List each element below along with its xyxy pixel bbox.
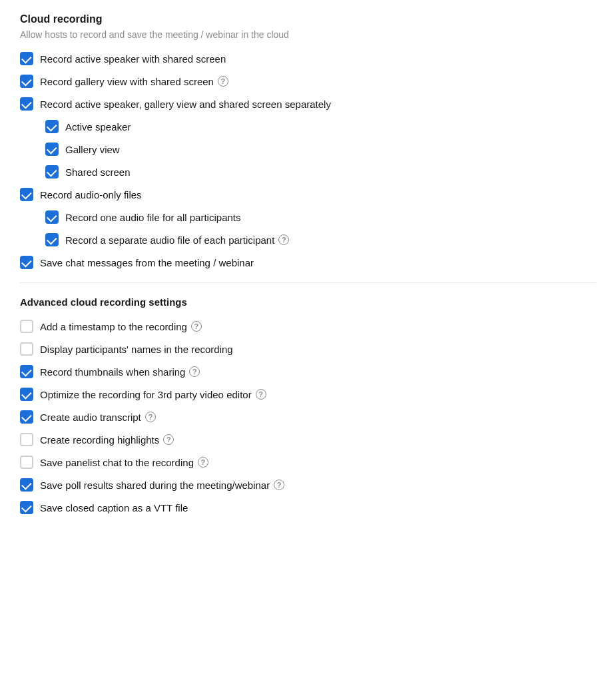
checkbox-adv2[interactable] xyxy=(20,342,33,356)
checkbox-label-opt3c: Shared screen xyxy=(65,167,131,178)
checkbox-item-adv6[interactable]: Create recording highlights? xyxy=(20,433,596,446)
checkbox-item-adv8[interactable]: Save poll results shared during the meet… xyxy=(20,478,596,492)
checkbox-label-adv7: Save panelist chat to the recording? xyxy=(40,457,208,468)
checkbox-label-adv1: Add a timestamp to the recording? xyxy=(40,321,202,332)
checkbox-item-adv5[interactable]: Create audio transcript? xyxy=(20,410,596,424)
checkbox-label-opt4: Record audio-only files xyxy=(40,189,142,200)
help-icon-adv4[interactable]: ? xyxy=(256,389,266,400)
checkbox-item-opt5[interactable]: Save chat messages from the meeting / we… xyxy=(20,256,596,269)
divider xyxy=(20,282,596,283)
checkbox-item-opt4b[interactable]: Record a separate audio file of each par… xyxy=(45,233,596,246)
checkbox-label-adv2: Display participants' names in the recor… xyxy=(40,344,233,355)
checkbox-adv3[interactable] xyxy=(20,365,33,378)
checkbox-label-opt4a: Record one audio file for all participan… xyxy=(65,212,240,223)
checkbox-label-opt5: Save chat messages from the meeting / we… xyxy=(40,257,254,268)
help-icon-opt2[interactable]: ? xyxy=(218,76,228,87)
checkbox-opt3[interactable] xyxy=(20,97,33,111)
checkbox-adv1[interactable] xyxy=(20,320,33,333)
checkbox-adv9[interactable] xyxy=(20,501,33,514)
checkbox-item-adv7[interactable]: Save panelist chat to the recording? xyxy=(20,456,596,469)
checkbox-label-opt2: Record gallery view with shared screen? xyxy=(40,76,228,87)
checkbox-opt2[interactable] xyxy=(20,75,33,88)
checkbox-label-opt3: Record active speaker, gallery view and … xyxy=(40,99,331,110)
checkbox-adv7[interactable] xyxy=(20,456,33,469)
advanced-options-group: Add a timestamp to the recording?Display… xyxy=(20,320,596,514)
help-icon-adv1[interactable]: ? xyxy=(191,321,202,332)
checkbox-adv6[interactable] xyxy=(20,433,33,446)
main-options-group: Record active speaker with shared screen… xyxy=(20,52,596,269)
help-icon-adv7[interactable]: ? xyxy=(198,457,208,468)
checkbox-label-adv6: Create recording highlights? xyxy=(40,434,174,446)
checkbox-opt1[interactable] xyxy=(20,52,33,65)
section-subtitle: Allow hosts to record and save the meeti… xyxy=(20,29,596,40)
checkbox-item-opt1[interactable]: Record active speaker with shared screen xyxy=(20,52,596,65)
checkbox-item-opt3b[interactable]: Gallery view xyxy=(45,143,596,156)
checkbox-item-opt4[interactable]: Record audio-only files xyxy=(20,188,596,201)
checkbox-label-opt1: Record active speaker with shared screen xyxy=(40,53,226,65)
checkbox-item-opt3c[interactable]: Shared screen xyxy=(45,165,596,178)
checkbox-opt3c[interactable] xyxy=(45,165,59,178)
checkbox-label-adv9: Save closed caption as a VTT file xyxy=(40,502,188,513)
help-icon-adv6[interactable]: ? xyxy=(163,434,174,445)
checkbox-label-opt4b: Record a separate audio file of each par… xyxy=(65,234,289,246)
checkbox-opt4b[interactable] xyxy=(45,233,59,246)
checkbox-opt4[interactable] xyxy=(20,188,33,201)
checkbox-label-adv3: Record thumbnails when sharing? xyxy=(40,366,200,378)
help-icon-opt4b[interactable]: ? xyxy=(278,234,289,245)
checkbox-item-adv2[interactable]: Display participants' names in the recor… xyxy=(20,342,596,356)
checkbox-label-adv4: Optimize the recording for 3rd party vid… xyxy=(40,389,266,400)
checkbox-label-adv8: Save poll results shared during the meet… xyxy=(40,480,284,491)
help-icon-adv5[interactable]: ? xyxy=(145,412,156,422)
checkbox-item-adv4[interactable]: Optimize the recording for 3rd party vid… xyxy=(20,388,596,401)
checkbox-item-opt2[interactable]: Record gallery view with shared screen? xyxy=(20,75,596,88)
checkbox-item-adv9[interactable]: Save closed caption as a VTT file xyxy=(20,501,596,514)
checkbox-label-opt3a: Active speaker xyxy=(65,121,131,133)
checkbox-item-opt4a[interactable]: Record one audio file for all participan… xyxy=(45,210,596,224)
checkbox-label-opt3b: Gallery view xyxy=(65,144,120,155)
checkbox-item-adv1[interactable]: Add a timestamp to the recording? xyxy=(20,320,596,333)
checkbox-opt4a[interactable] xyxy=(45,210,59,224)
checkbox-label-adv5: Create audio transcript? xyxy=(40,412,156,423)
checkbox-opt5[interactable] xyxy=(20,256,33,269)
checkbox-item-adv3[interactable]: Record thumbnails when sharing? xyxy=(20,365,596,378)
checkbox-opt3a[interactable] xyxy=(45,120,59,133)
section-title: Cloud recording xyxy=(20,13,596,25)
checkbox-adv4[interactable] xyxy=(20,388,33,401)
checkbox-adv5[interactable] xyxy=(20,410,33,424)
checkbox-item-opt3a[interactable]: Active speaker xyxy=(45,120,596,133)
checkbox-item-opt3[interactable]: Record active speaker, gallery view and … xyxy=(20,97,596,111)
checkbox-adv8[interactable] xyxy=(20,478,33,492)
help-icon-adv8[interactable]: ? xyxy=(274,480,284,490)
checkbox-opt3b[interactable] xyxy=(45,143,59,156)
advanced-section-title: Advanced cloud recording settings xyxy=(20,296,596,308)
help-icon-adv3[interactable]: ? xyxy=(189,366,200,377)
